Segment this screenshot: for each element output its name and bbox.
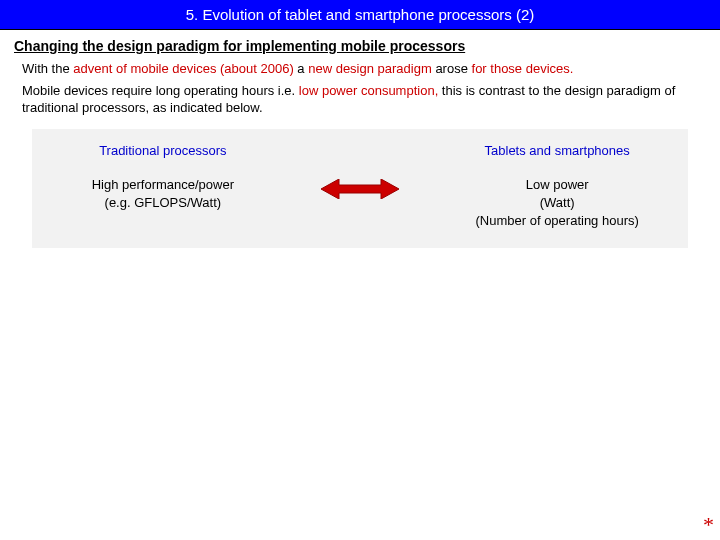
text: (Number of operating hours) — [436, 212, 678, 230]
text: (e.g. GFLOPS/Watt) — [42, 194, 284, 212]
text-highlight: new design paradigm — [308, 61, 432, 76]
svg-marker-0 — [321, 179, 399, 199]
text: With the — [22, 61, 73, 76]
slide-title: 5. Evolution of tablet and smartphone pr… — [0, 0, 720, 30]
text-highlight: advent of mobile devices (about 2006) — [73, 61, 293, 76]
text: arose — [432, 61, 472, 76]
column-body: High performance/power (e.g. GFLOPS/Watt… — [42, 176, 284, 212]
slide-subtitle: Changing the design paradigm for impleme… — [0, 30, 720, 58]
text-highlight: low power consumption, — [299, 83, 438, 98]
column-left: Traditional processors High performance/… — [42, 143, 284, 212]
footnote-marker: * — [703, 512, 714, 538]
text: Mobile devices require long operating ho… — [22, 83, 299, 98]
text-highlight: for those devices. — [472, 61, 574, 76]
text: Low power — [436, 176, 678, 194]
column-right: Tablets and smartphones Low power (Watt)… — [436, 143, 678, 231]
text: High performance/power — [42, 176, 284, 194]
column-heading: Traditional processors — [42, 143, 284, 158]
text: (Watt) — [436, 194, 678, 212]
column-heading: Tablets and smartphones — [436, 143, 678, 158]
column-body: Low power (Watt) (Number of operating ho… — [436, 176, 678, 231]
paragraph-1: With the advent of mobile devices (about… — [0, 58, 720, 80]
paragraph-2: Mobile devices require long operating ho… — [0, 80, 720, 119]
double-arrow-icon — [321, 179, 399, 199]
arrow-cell — [303, 143, 417, 199]
text: a — [294, 61, 308, 76]
comparison-panel: Traditional processors High performance/… — [32, 129, 688, 249]
